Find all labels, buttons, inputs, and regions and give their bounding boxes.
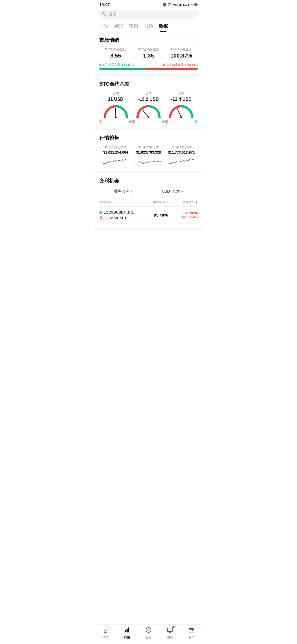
trend-label-1: BTC合约持仓量 (132, 145, 165, 149)
arb-buy-pair-0: LOOKSUSDT 永续 (104, 210, 134, 215)
alarm-icon: ⏰ (168, 3, 172, 7)
gauge-labels-2: 空 多 (165, 119, 198, 124)
market-trend-header[interactable]: 行情趋势 › (99, 135, 198, 141)
gauge-long-1: 多 (162, 119, 165, 124)
buy-bar (99, 68, 145, 70)
arb-combo-0: 买 LOOKSUSDT 永续 卖 LOOKS/USDT (99, 210, 148, 220)
arb-filter-1[interactable]: 费率套利 ▾ (111, 188, 135, 195)
arb-filter-2-arrow: ▾ (182, 190, 183, 193)
svg-point-1 (115, 116, 117, 118)
sort-arrow-rate[interactable]: ⬆ (196, 201, 198, 204)
arb-header-rate: 资金费率 ⬆ (173, 200, 198, 204)
sentiment-label-2: USDT场外溢价 (165, 47, 198, 51)
search-bar[interactable]: 🔍 搜索 (98, 10, 199, 19)
trend-item-0: BTC现货交易量 $1,021,254,664 (99, 145, 132, 167)
arb-filter-2-label: USDT合约 (162, 189, 180, 193)
trend-item-2: BTC合约交易量 $11,773,013,971 (165, 145, 198, 167)
sentiment-value-0: 8.55 (99, 53, 132, 59)
arbitrage-header[interactable]: 套利机会 › (99, 178, 198, 184)
arbitrage-section: 套利机会 › 费率套利 ▾ USDT合约 ▾ 套利组合 参考年化 ⬆ 资金费率 … (95, 173, 202, 230)
tab-shuju[interactable]: 数据 (159, 21, 168, 32)
trend-label-0: BTC现货交易量 (99, 145, 132, 149)
btc-basis-title: BTC合约基差 (99, 81, 129, 87)
btc-basis-section: BTC合约基差 当周 11 USD (95, 76, 202, 130)
trend-grid: BTC现货交易量 $1,021,254,664 BTC合约持仓量 $1,923,… (99, 145, 198, 167)
arb-filters: 费率套利 ▾ USDT合约 ▾ (99, 188, 198, 195)
market-sentiment-section: 市场情绪 › BTC杠杆多空比 8.55 BTC合约多空比 1.35 USDT场… (95, 32, 202, 76)
status-time: 19:07 (99, 2, 110, 7)
sentiment-grid: BTC杠杆多空比 8.55 BTC合约多空比 1.35 USDT场外溢价 100… (99, 47, 198, 59)
arb-buy-tag-0: 买 (99, 210, 103, 215)
trend-item-1: BTC合约持仓量 $1,923,783,328 (132, 145, 165, 167)
sentiment-item-2: USDT场外溢价 100.87% (165, 47, 198, 59)
basis-item-1: 当季 -19.2 USD 空 多 (132, 91, 165, 124)
svg-line-0 (116, 108, 116, 117)
buy-sell-bar (99, 68, 198, 70)
mini-chart-2 (165, 156, 198, 166)
btc-basis-header: BTC合约基差 (99, 81, 198, 87)
arb-buy-0: 买 LOOKSUSDT 永续 (99, 210, 148, 215)
tab-bibi[interactable]: 币币 (129, 21, 138, 32)
arb-header-combo: 套利组合 (99, 200, 148, 204)
sentiment-value-1: 1.35 (132, 53, 165, 59)
basis-item-0: 当周 11 USD 空 多 (99, 91, 132, 124)
arb-filter-1-label: 费率套利 (114, 189, 130, 193)
arb-rate-main-0: -0.150% (173, 211, 198, 215)
gauge-short-1: 空 (132, 119, 135, 124)
basis-value-0: 11 USD (99, 97, 132, 102)
arb-filter-1-arrow: ▾ (131, 190, 132, 193)
arb-row-0[interactable]: 买 LOOKSUSDT 永续 卖 LOOKS/USDT 95.40% -0.15… (99, 207, 198, 224)
svg-line-2 (143, 110, 148, 117)
sentiment-item-0: BTC杠杆多空比 8.55 (99, 47, 132, 59)
arb-sell-0: 卖 LOOKS/USDT (99, 215, 148, 220)
arb-yield-0: 95.40% (148, 213, 173, 217)
mini-chart-0 (99, 156, 132, 166)
trend-value-0: $1,021,254,664 (99, 150, 132, 154)
tab-zixuan[interactable]: 自选 (99, 21, 109, 32)
basis-label-2: 永续 (165, 91, 198, 96)
arb-header-yield: 参考年化 ⬆ (148, 200, 173, 204)
trend-value-1: $1,923,783,328 (132, 150, 165, 154)
sentiment-value-2: 100.87% (165, 53, 198, 59)
trend-label-2: BTC合约交易量 (165, 145, 198, 149)
arb-filter-2[interactable]: USDT合约 ▾ (159, 188, 186, 195)
market-sentiment-header[interactable]: 市场情绪 › (99, 37, 198, 43)
trend-value-2: $11,773,013,971 (165, 150, 198, 154)
sentiment-label-0: BTC杠杆多空比 (99, 47, 132, 51)
buy-sell-labels: BTC主动买入量 4.65 BTC BTC主动卖出量 5.32 BTC (99, 63, 198, 67)
arb-rate-pred-val-0: -0.074% (186, 215, 198, 219)
tab-faxian[interactable]: 发现 (114, 21, 123, 32)
sentiment-label-1: BTC合约多空比 (132, 47, 165, 51)
gauge-1 (136, 104, 161, 118)
basis-value-1: -19.2 USD (132, 97, 165, 102)
mini-chart-1 (132, 156, 165, 166)
arbitrage-chevron: › (196, 178, 198, 183)
gauge-0 (103, 104, 128, 118)
market-trend-section: 行情趋势 › BTC现货交易量 $1,021,254,664 BTC合约持仓量 … (95, 130, 202, 173)
svg-line-4 (177, 108, 181, 117)
search-placeholder: 搜索 (108, 12, 117, 17)
buy-label: BTC主动买入量 4.65 BTC (99, 63, 134, 67)
status-icons: 🔵 ⏰ VoLTE 5G▲ ○ 66 (163, 3, 198, 7)
gauge-long-0: 多 (129, 119, 132, 124)
arb-rate-pred-0: 预测 -0.074% (173, 215, 198, 219)
sell-label: BTC主动卖出量 5.32 BTC (163, 63, 198, 67)
basis-label-0: 当周 (99, 91, 132, 96)
tab-heyue[interactable]: 合约 (144, 21, 153, 32)
sort-arrow-yield[interactable]: ⬆ (166, 201, 168, 204)
gauge-long-2: 多 (195, 119, 198, 124)
arb-rate-0: -0.150% 预测 -0.074% (173, 211, 198, 219)
basis-grid: 当周 11 USD 空 多 (99, 91, 198, 124)
gauge-2 (169, 104, 194, 118)
nav-tabs: 自选 发现 币币 合约 数据 (95, 21, 202, 32)
sell-bar (145, 68, 198, 70)
gauge-short-0: 空 (99, 119, 102, 124)
market-trend-chevron: › (196, 135, 198, 140)
basis-value-2: -12.4 USD (165, 97, 198, 102)
gauge-short-2: 空 (165, 119, 168, 124)
market-sentiment-title: 市场情绪 (99, 37, 119, 43)
market-sentiment-chevron: › (196, 38, 198, 43)
arb-sell-tag-0: 卖 (99, 215, 103, 220)
sentiment-item-1: BTC合约多空比 1.35 (132, 47, 165, 59)
arbitrage-title: 套利机会 (99, 178, 119, 184)
